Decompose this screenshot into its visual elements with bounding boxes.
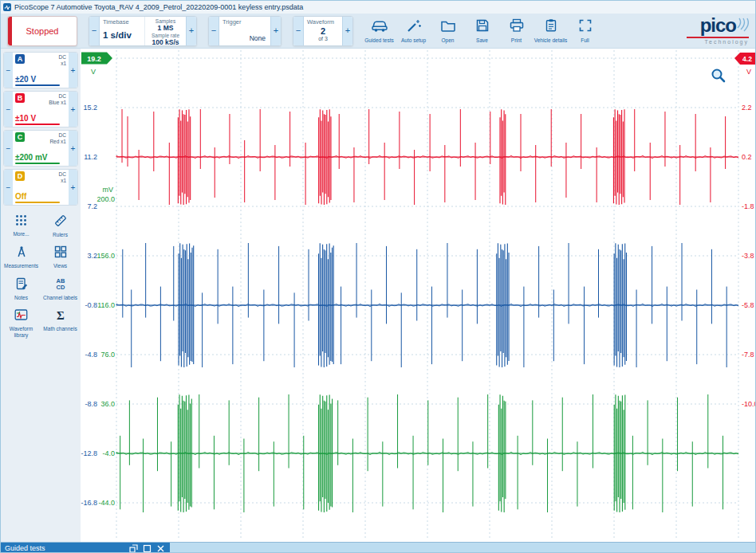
rulers-button[interactable]: Rulers bbox=[41, 214, 80, 237]
svg-text:156.0: 156.0 bbox=[96, 252, 115, 260]
measurements-icon bbox=[15, 245, 28, 261]
more-button[interactable]: More... bbox=[2, 214, 41, 237]
waveform-library-button[interactable]: Waveform library bbox=[2, 308, 41, 338]
math-channels-button[interactable]: Σ Math channels bbox=[41, 308, 80, 338]
stopped-label: Stopped bbox=[26, 26, 59, 36]
save-icon bbox=[475, 18, 490, 36]
close-panel-icon[interactable] bbox=[156, 543, 166, 553]
channel-b-increase-button[interactable]: + bbox=[69, 92, 77, 127]
car-icon bbox=[371, 18, 388, 36]
channel-c-increase-button[interactable]: + bbox=[69, 131, 77, 166]
waveform-next-button[interactable]: + bbox=[342, 17, 352, 45]
svg-text:116.0: 116.0 bbox=[97, 301, 115, 309]
timebase-decrease-button[interactable]: − bbox=[89, 17, 100, 45]
full-screen-button[interactable]: Full bbox=[569, 15, 601, 47]
notes-icon bbox=[15, 277, 28, 293]
channel-d-coupling: DC bbox=[59, 171, 66, 178]
channel-b-decrease-button[interactable]: − bbox=[4, 92, 13, 127]
save-button[interactable]: Save bbox=[466, 15, 498, 47]
math-icon: Σ bbox=[54, 308, 67, 324]
trigger-increase-button[interactable]: + bbox=[270, 17, 281, 45]
print-button[interactable]: Print bbox=[500, 15, 533, 47]
waveform-control: − Waveform 2 of 3 + bbox=[293, 16, 353, 46]
svg-text:Σ: Σ bbox=[57, 309, 65, 322]
timebase-panel[interactable]: Timebase 1 s/div bbox=[100, 17, 144, 45]
channel-c-decrease-button[interactable]: − bbox=[4, 131, 13, 166]
views-button[interactable]: Views bbox=[41, 245, 80, 269]
pico-logo-text: pico bbox=[700, 17, 736, 34]
notes-button[interactable]: Notes bbox=[2, 277, 41, 300]
waveform-library-icon bbox=[14, 308, 28, 324]
channel-sidebar: − A DCx1 ±20 V + − B DCBlue x1 ±10 V bbox=[1, 49, 81, 542]
vehicle-details-icon bbox=[544, 18, 558, 36]
sample-rate-label: Sample rate bbox=[145, 33, 186, 38]
svg-text:200.0: 200.0 bbox=[96, 195, 115, 203]
undock-panel-icon[interactable] bbox=[128, 543, 139, 553]
svg-text:-0.8: -0.8 bbox=[85, 301, 97, 309]
channel-c-range[interactable]: ±200 mV bbox=[15, 153, 66, 162]
channel-b-range[interactable]: ±10 V bbox=[15, 114, 66, 123]
samples-panel[interactable]: Samples 1 MS Sample rate 100 kS/s bbox=[144, 17, 186, 45]
guided-tests-panel-title: Guided tests bbox=[5, 544, 125, 552]
channel-labels-button[interactable]: ABCD Channel labels bbox=[41, 277, 80, 300]
svg-text:-5.8: -5.8 bbox=[742, 301, 754, 309]
auto-setup-button[interactable]: Auto setup bbox=[397, 15, 430, 47]
channel-d-probe: x1 bbox=[61, 178, 66, 184]
maximize-panel-icon[interactable] bbox=[142, 543, 152, 553]
channel-d-badge[interactable]: D bbox=[15, 171, 25, 181]
window-title: PicoScope 7 Automotive Toyota_RAV 4_2009… bbox=[14, 3, 303, 11]
guided-tests-panel-header[interactable]: Guided tests bbox=[1, 543, 170, 553]
trigger-decrease-button[interactable]: − bbox=[209, 17, 219, 45]
channel-b-card: − B DCBlue x1 ±10 V + bbox=[3, 91, 78, 127]
wand-icon bbox=[406, 18, 422, 36]
app-icon bbox=[3, 3, 11, 11]
sample-rate-value: 100 kS/s bbox=[145, 38, 186, 46]
trigger-panel[interactable]: Trigger None bbox=[219, 17, 270, 45]
channel-b-probe: Blue x1 bbox=[49, 100, 66, 106]
channel-c-coupling: DC bbox=[59, 132, 66, 139]
channel-d-range[interactable]: Off bbox=[15, 192, 66, 201]
svg-text:3.2: 3.2 bbox=[87, 252, 97, 260]
timebase-increase-button[interactable]: + bbox=[186, 17, 196, 45]
guided-tests-button[interactable]: Guided tests bbox=[363, 15, 396, 47]
svg-text:0.2: 0.2 bbox=[742, 153, 752, 161]
open-button[interactable]: Open bbox=[431, 15, 464, 47]
channel-d-increase-button[interactable]: + bbox=[69, 170, 77, 205]
measurements-button[interactable]: Measurements bbox=[2, 245, 41, 269]
channel-b-badge[interactable]: B bbox=[15, 93, 25, 103]
svg-text:-16.8: -16.8 bbox=[81, 499, 97, 507]
svg-text:11.2: 11.2 bbox=[84, 153, 97, 161]
channel-a-probe: x1 bbox=[61, 61, 66, 67]
vehicle-details-button[interactable]: Vehicle details bbox=[534, 15, 567, 47]
svg-text:V: V bbox=[91, 68, 96, 76]
stop-start-button[interactable]: Stopped bbox=[7, 16, 77, 46]
samples-value: 1 MS bbox=[145, 24, 186, 32]
trigger-label: Trigger bbox=[222, 18, 267, 25]
timebase-control: − Timebase 1 s/div Samples 1 MS Sample r… bbox=[89, 16, 197, 46]
zoom-magnifier-icon[interactable] bbox=[711, 68, 726, 84]
expand-icon bbox=[578, 18, 593, 36]
channel-a-badge[interactable]: A bbox=[15, 54, 25, 64]
waveform-previous-button[interactable]: − bbox=[293, 17, 304, 45]
svg-text:-3.8: -3.8 bbox=[742, 252, 754, 260]
channel-a-range[interactable]: ±20 V bbox=[15, 75, 66, 84]
waveform-plot-area[interactable]: 15.211.27.23.2-0.8-4.8-8.8-12.8-16.8200.… bbox=[81, 49, 756, 542]
main-toolbar: Stopped − Timebase 1 s/div Samples 1 MS … bbox=[1, 14, 756, 49]
channel-c-probe: Red x1 bbox=[49, 139, 66, 145]
channel-a-card: − A DCx1 ±20 V + bbox=[3, 52, 78, 88]
svg-text:-4.8: -4.8 bbox=[85, 351, 97, 359]
more-icon bbox=[15, 214, 27, 229]
channel-c-badge[interactable]: C bbox=[15, 132, 25, 142]
scope-graph[interactable]: 15.211.27.23.2-0.8-4.8-8.8-12.8-16.8200.… bbox=[81, 49, 756, 542]
trigger-control: − Trigger None + bbox=[208, 16, 282, 46]
svg-text:-12.8: -12.8 bbox=[81, 449, 97, 457]
channel-d-card: − D DCx1 Off + bbox=[3, 169, 78, 206]
pico-logo-subtext: Technology bbox=[687, 39, 749, 45]
svg-text:-8.8: -8.8 bbox=[85, 400, 97, 408]
svg-text:-10.0: -10.0 bbox=[742, 400, 756, 408]
channel-a-increase-button[interactable]: + bbox=[69, 53, 77, 88]
channel-c-color-bar bbox=[15, 163, 60, 164]
channel-d-decrease-button[interactable]: − bbox=[4, 170, 13, 205]
channel-a-decrease-button[interactable]: − bbox=[4, 53, 13, 88]
waveform-panel[interactable]: Waveform 2 of 3 bbox=[304, 17, 342, 45]
